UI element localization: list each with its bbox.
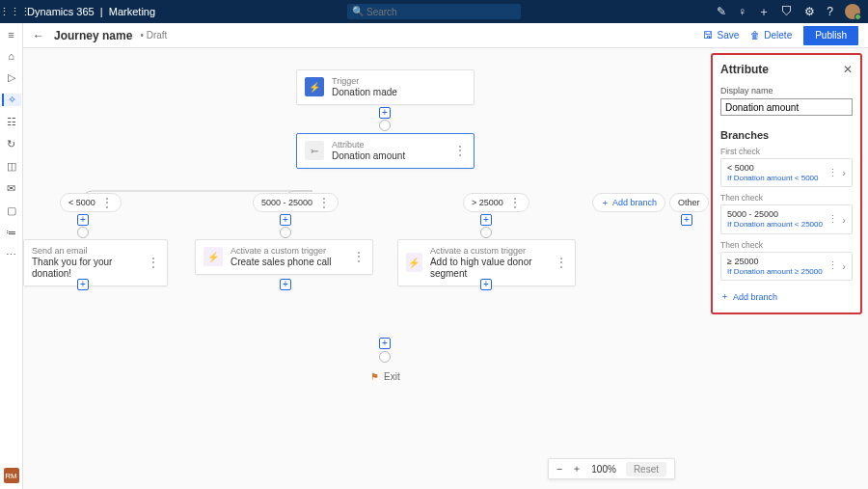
plus-icon: ＋ [720, 290, 729, 303]
global-search[interactable]: 🔍 [347, 4, 521, 19]
zoom-out-button[interactable]: − [556, 464, 562, 475]
add-node-button[interactable]: + [77, 279, 89, 290]
nav-play-icon[interactable]: ▷ [8, 71, 15, 84]
nav-contacts-icon[interactable]: ☷ [7, 116, 16, 128]
add-node-button[interactable]: + [480, 279, 492, 290]
node-more-icon[interactable]: ⋮ [347, 250, 365, 263]
node-kind: Activate a custom trigger [231, 246, 332, 257]
settings-icon[interactable]: ⚙ [804, 5, 815, 18]
save-icon: 🖫 [703, 30, 713, 41]
node-title: Thank you for your donation! [32, 257, 142, 280]
trash-icon: 🗑 [750, 30, 760, 41]
flag-icon: ⚑ [370, 371, 379, 382]
branch-item-1[interactable]: < 5000If Donation amount < 5000 ⋮› [720, 158, 853, 187]
action-node-trigger-1[interactable]: ⚡ Activate a custom trigger Create sales… [195, 239, 373, 275]
join-dot [480, 227, 492, 238]
join-dot [379, 351, 391, 363]
nav-more-icon[interactable]: ⋯ [6, 249, 16, 261]
edit-icon[interactable]: ✎ [717, 5, 726, 18]
nav-data-icon[interactable]: ◫ [7, 160, 16, 173]
bulb-icon[interactable]: ♀ [738, 5, 746, 18]
node-title: Add to high value donor segment [430, 257, 550, 280]
node-more-icon[interactable]: ⋮ [550, 256, 567, 269]
item-more-icon[interactable]: ⋮ [827, 259, 838, 272]
plus-icon: ＋ [601, 197, 610, 209]
chevron-right-icon[interactable]: › [842, 167, 846, 178]
trigger-node[interactable]: ⚡ Trigger Donation made [296, 69, 475, 105]
display-name-input[interactable] [720, 98, 853, 116]
plus-icon[interactable]: ＋ [758, 4, 770, 20]
chevron-right-icon[interactable]: › [842, 260, 846, 272]
branch-pill-2[interactable]: 5000 - 25000⋮ [253, 193, 339, 212]
add-node-button[interactable]: + [480, 214, 492, 226]
then-check-label: Then check [720, 193, 853, 203]
add-branch-pill[interactable]: ＋Add branch [592, 193, 665, 212]
action-node-email[interactable]: Send an email Thank you for your donatio… [23, 239, 168, 286]
join-dot [77, 227, 89, 238]
item-more-icon[interactable]: ⋮ [827, 167, 838, 179]
app-launcher-icon[interactable]: ⋮⋮⋮ [8, 5, 21, 18]
back-button[interactable]: ← [33, 29, 44, 42]
search-input[interactable] [347, 4, 521, 19]
nav-mail-icon[interactable]: ✉ [7, 182, 15, 195]
zoom-in-button[interactable]: ＋ [572, 462, 582, 475]
nav-card-icon[interactable]: ▢ [7, 204, 16, 217]
zoom-reset-button[interactable]: Reset [626, 462, 666, 476]
nav-menu-icon[interactable]: ≡ [8, 29, 14, 41]
branch-pill-1[interactable]: < 5000⋮ [60, 193, 122, 212]
help-icon[interactable]: ? [827, 5, 833, 18]
node-title: Donation amount [332, 150, 405, 162]
delete-button[interactable]: 🗑Delete [750, 30, 792, 41]
add-branch-button[interactable]: ＋Add branch [720, 290, 853, 303]
add-node-button[interactable]: + [280, 279, 291, 290]
add-node-button[interactable]: + [379, 338, 391, 349]
publish-button[interactable]: Publish [803, 26, 858, 45]
chevron-right-icon[interactable]: › [842, 214, 846, 226]
node-more-icon[interactable]: ⋮ [142, 256, 159, 269]
nav-refresh-icon[interactable]: ↻ [7, 138, 15, 150]
persona-badge[interactable]: RM [4, 468, 19, 483]
panel-title: Attribute [720, 63, 769, 76]
display-name-label: Display name [720, 86, 853, 95]
add-node-button[interactable]: + [77, 214, 89, 226]
node-more-icon[interactable]: ⋮ [448, 144, 466, 157]
branches-label: Branches [720, 129, 853, 141]
bolt-icon: ⚡ [203, 247, 223, 266]
add-node-button[interactable]: + [681, 214, 692, 226]
add-node-button[interactable]: + [280, 214, 291, 226]
search-icon: 🔍 [352, 6, 364, 16]
node-kind: Attribute [332, 140, 405, 150]
item-more-icon[interactable]: ⋮ [827, 213, 838, 226]
node-kind: Activate a custom trigger [430, 246, 550, 257]
add-node-button[interactable]: + [379, 107, 391, 119]
page-status: • Draft [140, 30, 167, 41]
join-dot [280, 227, 291, 238]
branch-pill-3[interactable]: > 25000⋮ [463, 193, 529, 212]
nav-journey-icon[interactable]: ✧ [2, 94, 21, 106]
pill-more-icon[interactable]: ⋮ [509, 196, 521, 209]
branch-icon: ⤚ [305, 141, 324, 160]
attribute-panel: Attribute ✕ Display name Branches First … [711, 53, 862, 314]
zoom-toolbar: − ＋ 100% Reset [548, 458, 675, 479]
node-kind: Send an email [32, 246, 142, 257]
user-avatar[interactable] [845, 4, 860, 19]
filter-icon[interactable]: ⛉ [781, 5, 793, 18]
left-nav-rail: ≡ ⌂ ▷ ✧ ☷ ↻ ◫ ✉ ▢ ≔ ⋯ RM [0, 23, 23, 489]
zoom-level: 100% [591, 464, 616, 475]
app-name: Dynamics 365 | Marketing [27, 6, 155, 17]
pill-more-icon[interactable]: ⋮ [101, 196, 113, 209]
page-title: Journey name [54, 29, 132, 42]
nav-list-icon[interactable]: ≔ [6, 227, 16, 239]
branch-item-3[interactable]: ≥ 25000If Donation amount ≥ 25000 ⋮› [720, 252, 853, 281]
page-header: ← Journey name • Draft 🖫Save 🗑Delete Pub… [23, 23, 868, 48]
topbar-actions: ✎ ♀ ＋ ⛉ ⚙ ? [717, 4, 860, 20]
save-button[interactable]: 🖫Save [703, 30, 739, 41]
branch-item-2[interactable]: 5000 - 25000If Donation amount < 25000 ⋮… [720, 204, 853, 233]
nav-home-icon[interactable]: ⌂ [8, 50, 14, 62]
branch-pill-other[interactable]: Other [669, 193, 709, 212]
connector-lines [23, 48, 312, 193]
close-icon[interactable]: ✕ [843, 63, 853, 76]
pill-more-icon[interactable]: ⋮ [318, 196, 330, 209]
bolt-icon: ⚡ [305, 77, 324, 96]
attribute-node[interactable]: ⤚ Attribute Donation amount ⋮ [296, 133, 475, 169]
